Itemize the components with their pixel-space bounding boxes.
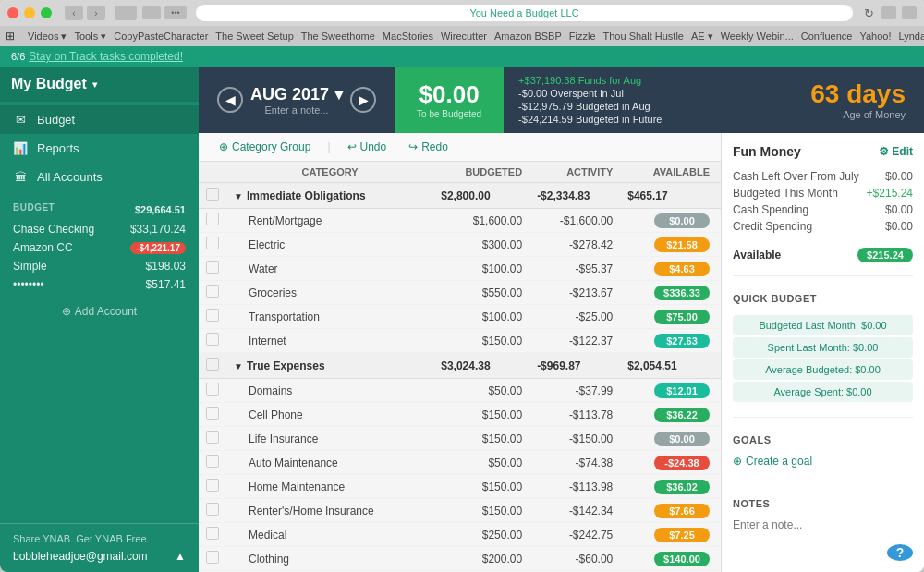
apps-icon[interactable]: ⊞	[6, 30, 15, 43]
quick-budget-3[interactable]: Average Spent: $0.00	[733, 382, 913, 402]
forward-button[interactable]: ›	[87, 6, 105, 20]
item-budgeted: $550.00	[433, 281, 529, 305]
sidebar-item-reports[interactable]: 📊 Reports	[0, 134, 199, 163]
notif-link[interactable]: Stay on Track tasks completed!	[29, 50, 183, 63]
item-budgeted: $50.00	[433, 379, 529, 403]
notes-input[interactable]	[733, 518, 913, 535]
account-amazon[interactable]: Amazon CC -$4,221.17	[13, 238, 186, 257]
redo-button[interactable]: ↪ Redo	[403, 139, 454, 155]
bookmark-sweetsetup[interactable]: The Sweet Setup	[215, 30, 293, 42]
panel-row-1-value: +$215.24	[867, 187, 913, 200]
item-available: $0.00	[620, 209, 721, 233]
budget-title-text: My Budget	[11, 76, 87, 92]
bookmark-yahoo[interactable]: Yahoo!	[859, 30, 891, 42]
sidebar-header: My Budget ▾	[0, 67, 199, 102]
refresh-button[interactable]: ↻	[864, 6, 874, 20]
to-budget-section: $0.00 To be Budgeted	[395, 67, 504, 133]
item-check	[199, 281, 226, 305]
more-button[interactable]: •••	[164, 6, 187, 19]
table-row[interactable]: Transportation $100.00 -$25.00 $75.00	[199, 305, 721, 329]
bookmark-tools[interactable]: Tools ▾	[75, 30, 107, 43]
item-available: $4.63	[620, 257, 721, 281]
account-masked-name: ••••••••	[13, 278, 44, 291]
quick-budget-2[interactable]: Average Budgeted: $0.00	[733, 359, 913, 380]
item-check	[199, 451, 226, 475]
group-activity-1: -$969.87	[529, 353, 620, 379]
sidebar-item-reports-label: Reports	[37, 141, 79, 155]
back-button[interactable]: ‹	[65, 6, 83, 20]
bookmark-videos[interactable]: Videos ▾	[28, 30, 67, 43]
add-account-button[interactable]: ⊕ Add Account	[0, 298, 199, 325]
item-budgeted: $150.00	[433, 427, 529, 451]
budget-table: CATEGORY BUDGETED ACTIVITY AVAILABLE ▼Im…	[199, 162, 721, 572]
bookmark-wirecutter[interactable]: Wirecutter	[441, 30, 487, 42]
table-row[interactable]: Medical $250.00 -$242.75 $7.25	[199, 523, 721, 547]
item-check	[199, 403, 226, 427]
bookmark-sweethome[interactable]: The Sweethome	[301, 30, 375, 42]
maximize-button[interactable]	[41, 7, 52, 18]
bookmark-macstories[interactable]: MacStories	[383, 30, 433, 42]
category-group-button[interactable]: ⊕ Category Group	[213, 139, 316, 155]
table-row[interactable]: Renter's/Home Insurance $150.00 -$142.34…	[199, 499, 721, 523]
create-goal-button[interactable]: ⊕ Create a goal	[733, 455, 913, 468]
sidebar-item-all-accounts[interactable]: 🏛 All Accounts	[0, 163, 199, 191]
toolbar-actions	[881, 6, 917, 19]
bookmark-hustle[interactable]: Thou Shalt Hustle	[603, 30, 684, 42]
account-chase[interactable]: Chase Checking $33,170.24	[13, 220, 186, 238]
item-check	[199, 329, 226, 353]
bookmark-fizzle[interactable]: Fizzle	[569, 30, 596, 42]
month-label[interactable]: AUG 2017 ▾	[250, 84, 343, 104]
bookmark-copypaste[interactable]: CopyPasteCharacter	[114, 30, 208, 42]
item-available: $140.00	[620, 547, 721, 571]
table-row[interactable]: Home Maintenance $150.00 -$113.98 $36.02	[199, 475, 721, 499]
bookmark-icon[interactable]	[902, 6, 917, 19]
quick-budget-0[interactable]: Budgeted Last Month: $0.00	[733, 315, 913, 335]
minimize-button[interactable]	[24, 7, 35, 18]
group-row-0[interactable]: ▼Immediate Obligations $2,800.00 -$2,334…	[199, 183, 721, 209]
panel-row-0-value: $0.00	[885, 170, 913, 183]
panel-edit-button[interactable]: ⚙ Edit	[879, 145, 913, 158]
undo-button[interactable]: ↩ Undo	[342, 139, 393, 155]
item-check	[199, 523, 226, 547]
panel-row-2-label: Cash Spending	[733, 203, 808, 216]
share-icon[interactable]	[881, 6, 896, 19]
sidebar-item-budget[interactable]: ✉ Budget	[0, 105, 199, 134]
col-activity-header: ACTIVITY	[529, 162, 620, 183]
table-row[interactable]: Cell Phone $150.00 -$113.78 $36.22	[199, 403, 721, 427]
table-row[interactable]: Auto Maintenance $50.00 -$74.38 -$24.38	[199, 451, 721, 475]
table-row[interactable]: Groceries $550.00 -$213.67 $336.33	[199, 281, 721, 305]
account-simple[interactable]: Simple $198.03	[13, 257, 186, 275]
budget-title[interactable]: My Budget ▾	[11, 76, 188, 92]
chevron-up-icon[interactable]: ▲	[175, 550, 186, 563]
item-activity: -$150.00	[529, 427, 620, 451]
next-month-button[interactable]: ▶	[350, 87, 376, 113]
bookmark-confluence[interactable]: Confluence	[801, 30, 853, 42]
table-row[interactable]: Rent/Mortgage $1,600.00 -$1,600.00 $0.00	[199, 209, 721, 233]
prev-month-button[interactable]: ◀	[217, 87, 243, 113]
table-row[interactable]: Clothing $200.00 -$60.00 $140.00	[199, 547, 721, 571]
bookmark-lynda[interactable]: Lynda	[898, 30, 924, 42]
account-masked[interactable]: •••••••• $517.41	[13, 275, 186, 294]
table-row[interactable]: Life Insurance $150.00 -$150.00 $0.00	[199, 427, 721, 451]
table-row[interactable]: Domains $50.00 -$37.99 $12.01	[199, 379, 721, 403]
item-name: Cell Phone	[226, 403, 433, 427]
url-bar[interactable]: You Need a Budget LLC	[196, 5, 853, 21]
undo-icon: ↩	[347, 140, 357, 153]
month-note[interactable]: Enter a note...	[250, 104, 343, 116]
bookmark-amazon[interactable]: Amazon BSBP	[494, 30, 562, 42]
table-row[interactable]: Electric $300.00 -$278.42 $21.58	[199, 233, 721, 257]
bookmark-weekly[interactable]: Weekly Webin...	[721, 30, 794, 42]
item-activity: -$74.38	[529, 451, 620, 475]
table-row[interactable]: Water $100.00 -$95.37 $4.63	[199, 257, 721, 281]
quick-budget-1[interactable]: Spent Last Month: $0.00	[733, 337, 913, 358]
close-button[interactable]	[7, 7, 18, 18]
budget-area: ⊕ Category Group | ↩ Undo ↪ Redo	[199, 133, 924, 572]
item-name: Electric	[226, 233, 433, 257]
item-name: Internet	[226, 329, 433, 353]
account-chase-name: Chase Checking	[13, 223, 94, 236]
item-available: -$24.38	[620, 451, 721, 475]
group-row-1[interactable]: ▼True Expenses $3,024.38 -$969.87 $2,054…	[199, 353, 721, 379]
table-row[interactable]: Internet $150.00 -$122.37 $27.63	[199, 329, 721, 353]
help-button[interactable]: ?	[887, 544, 913, 561]
bookmark-ae[interactable]: AE ▾	[691, 30, 713, 43]
